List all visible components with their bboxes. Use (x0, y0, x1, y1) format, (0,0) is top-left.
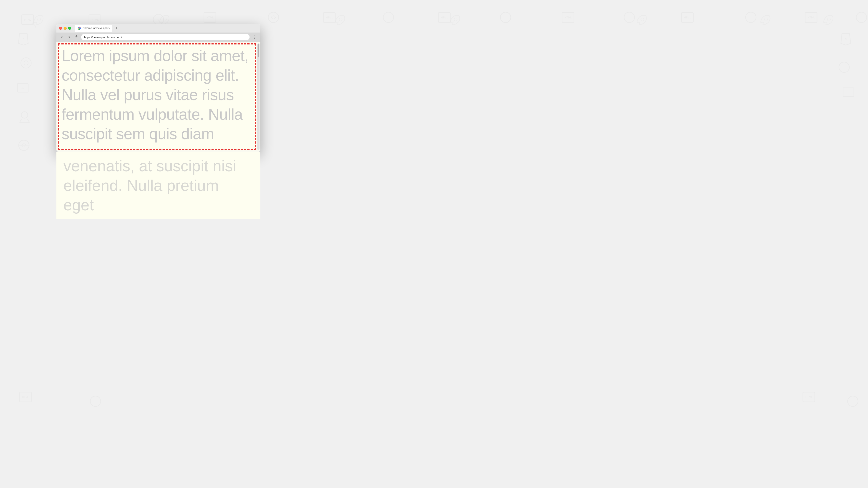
svg-point-33 (21, 112, 28, 118)
svg-text:HTML: HTML (22, 396, 29, 399)
svg-point-49 (163, 18, 167, 22)
svg-text:</>: </> (21, 87, 25, 89)
svg-point-17 (624, 12, 634, 23)
url-text: https://developer.chrome.com/ (84, 36, 122, 39)
page-content: Lorem ipsum dolor sit amet, consectetur … (56, 42, 260, 152)
svg-point-58 (254, 36, 255, 36)
svg-text:HTML: HTML (565, 16, 572, 19)
svg-point-52 (640, 18, 645, 22)
address-bar: https://developer.chrome.com/ (56, 33, 260, 42)
svg-point-26 (24, 61, 28, 65)
svg-point-11 (383, 12, 394, 23)
svg-rect-9 (323, 12, 335, 22)
back-button[interactable] (59, 34, 65, 40)
svg-point-50 (339, 18, 343, 22)
minimize-button[interactable] (64, 27, 67, 30)
refresh-icon (74, 35, 78, 39)
url-bar[interactable]: https://developer.chrome.com/ (81, 34, 250, 40)
page-overflow-content: venenatis, at suscipit nisi eleifend. Nu… (56, 152, 260, 219)
lorem-ipsum-text: Lorem ipsum dolor sit amet, consectetur … (62, 46, 255, 143)
browser-tab[interactable]: Chrome for Developers (75, 25, 112, 32)
svg-point-14 (500, 12, 511, 23)
svg-text:HTML: HTML (684, 16, 691, 19)
svg-rect-6 (204, 12, 216, 22)
svg-point-51 (454, 18, 458, 22)
svg-point-60 (254, 38, 255, 39)
svg-text:HTML: HTML (808, 16, 815, 19)
svg-text:HTML: HTML (326, 16, 333, 19)
svg-text:⚙: ⚙ (157, 19, 159, 21)
more-vert-icon (253, 35, 257, 39)
svg-rect-31 (18, 84, 28, 92)
svg-text:HTML: HTML (92, 18, 99, 21)
title-bar: Chrome for Developers + (56, 24, 260, 33)
browser-window: Chrome for Developers + (56, 24, 260, 152)
new-tab-button[interactable]: + (114, 25, 120, 31)
svg-text:5: 5 (23, 38, 24, 40)
svg-line-34 (20, 119, 22, 123)
svg-point-54 (827, 18, 831, 22)
svg-point-40 (839, 62, 849, 72)
svg-point-23 (856, 12, 867, 23)
back-icon (60, 35, 64, 39)
svg-point-53 (764, 18, 768, 22)
svg-point-8 (268, 12, 279, 23)
forward-button[interactable] (66, 34, 72, 40)
svg-rect-2 (89, 15, 101, 25)
refresh-button[interactable] (73, 34, 79, 40)
scrollbar[interactable] (257, 43, 259, 150)
svg-rect-45 (803, 392, 815, 402)
svg-text:HTML: HTML (24, 18, 31, 21)
svg-rect-18 (681, 12, 693, 22)
svg-rect-0 (22, 15, 34, 25)
svg-point-47 (847, 396, 858, 406)
scrollbar-thumb[interactable] (257, 44, 259, 57)
nav-buttons (59, 34, 79, 40)
overflow-lorem-text: venenatis, at suscipit nisi eleifend. Nu… (63, 156, 253, 215)
svg-rect-15 (562, 12, 574, 22)
svg-point-25 (21, 58, 31, 68)
close-button[interactable] (59, 27, 62, 30)
svg-rect-12 (438, 12, 450, 22)
svg-text:HTML: HTML (441, 16, 448, 19)
chrome-favicon (77, 26, 81, 30)
browser-menu-button[interactable] (252, 34, 258, 40)
svg-rect-21 (805, 12, 817, 22)
traffic-lights (59, 27, 71, 30)
svg-point-20 (746, 12, 756, 23)
svg-rect-41 (843, 88, 854, 97)
svg-text:HTML: HTML (207, 16, 214, 19)
forward-icon (67, 35, 71, 39)
svg-point-57 (79, 28, 80, 29)
svg-point-4 (153, 14, 164, 25)
svg-point-37 (19, 140, 29, 151)
svg-point-59 (254, 37, 255, 37)
maximize-button[interactable] (68, 27, 71, 30)
tab-bar: Chrome for Developers + (75, 25, 258, 32)
svg-line-35 (27, 119, 30, 123)
svg-point-44 (90, 396, 101, 406)
svg-text:HTML: HTML (806, 396, 813, 399)
svg-rect-42 (20, 392, 31, 402)
svg-text:5: 5 (845, 38, 846, 40)
svg-point-48 (37, 18, 41, 22)
tab-title: Chrome for Developers (83, 27, 110, 30)
